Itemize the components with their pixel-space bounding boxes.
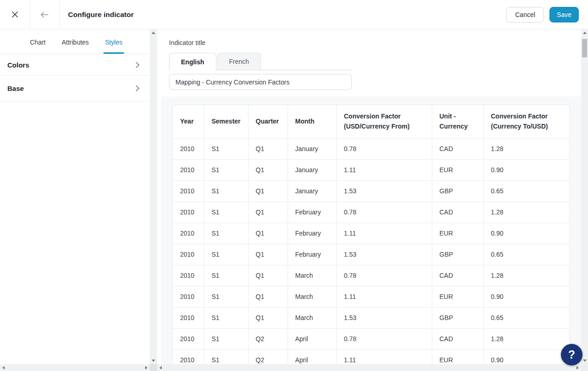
- main-vertical-scrollbar[interactable]: [581, 29, 588, 364]
- tab-english[interactable]: English: [169, 53, 216, 70]
- close-button[interactable]: [0, 0, 29, 29]
- sidebar-tabs: Chart Attributes Styles: [0, 29, 150, 54]
- scroll-down-arrow[interactable]: [583, 360, 587, 362]
- scroll-left-arrow[interactable]: [159, 366, 162, 370]
- table-cell: 0.90: [483, 349, 570, 364]
- main-panel: Indicator title English French Year Seme…: [157, 29, 581, 364]
- scroll-down-arrow[interactable]: [152, 360, 155, 362]
- table-cell: S1: [204, 244, 248, 265]
- table-cell: 2010: [173, 349, 204, 364]
- sidebar-item-base[interactable]: Base: [0, 76, 150, 101]
- table-cell: 1.11: [336, 286, 432, 307]
- table-cell: Q2: [248, 349, 288, 364]
- content-area: Chart Attributes Styles Colors Base Indi…: [0, 29, 588, 364]
- chevron-right-icon: [136, 62, 140, 68]
- table-cell: 2010: [173, 307, 204, 328]
- back-button[interactable]: [30, 0, 59, 29]
- table-cell: February: [288, 202, 336, 223]
- header-divider: [59, 0, 60, 29]
- table-cell: 2010: [173, 244, 204, 265]
- save-button[interactable]: Save: [549, 7, 579, 22]
- table-cell: February: [288, 244, 336, 265]
- table-cell: April: [288, 328, 336, 349]
- column-header-year: Year: [173, 105, 204, 138]
- scrollbar-corner: [150, 364, 157, 371]
- help-button[interactable]: ?: [561, 344, 582, 365]
- table-cell: 2010: [173, 223, 204, 244]
- table-cell: Q1: [248, 159, 288, 180]
- table-cell: Q1: [248, 180, 288, 202]
- table-cell: 0.78: [336, 202, 432, 223]
- scroll-left-arrow[interactable]: [2, 366, 5, 370]
- tab-french[interactable]: French: [217, 53, 261, 70]
- table-cell: 1.53: [336, 180, 432, 202]
- table-cell: Q1: [248, 265, 288, 286]
- table-cell: Q1: [248, 223, 288, 244]
- bottom-scrollbar-row: [0, 364, 588, 371]
- sidebar-horizontal-scrollbar[interactable]: [0, 364, 150, 371]
- sidebar-item-label: Base: [7, 84, 24, 92]
- scroll-up-arrow[interactable]: [583, 32, 587, 34]
- table-cell: 1.28: [483, 328, 570, 349]
- table-cell: S1: [204, 307, 248, 328]
- table-cell: 1.11: [336, 159, 432, 180]
- table-cell: S1: [204, 159, 248, 180]
- table-cell: 2010: [173, 286, 204, 307]
- back-arrow-icon: [40, 11, 49, 18]
- scroll-right-arrow[interactable]: [577, 366, 579, 370]
- table-cell: GBP: [432, 244, 483, 265]
- table-cell: EUR: [432, 223, 483, 244]
- table-cell: CAD: [432, 138, 483, 159]
- scrollbar-thumb[interactable]: [582, 39, 587, 57]
- table-cell: 1.11: [336, 349, 432, 364]
- header-bar: Configure indicator Cancel Save: [0, 0, 588, 29]
- table-row: 2010S1Q1March0.78CAD1.28: [173, 265, 570, 286]
- indicator-title-label: Indicator title: [169, 39, 581, 46]
- tab-styles[interactable]: Styles: [105, 39, 122, 54]
- table-row: 2010S1Q2April1.11EUR0.90: [173, 349, 570, 364]
- table-cell: CAD: [432, 328, 483, 349]
- column-header-semester: Semester: [204, 105, 248, 138]
- table-cell: S1: [204, 328, 248, 349]
- column-header-month: Month: [288, 105, 336, 138]
- table-cell: April: [288, 349, 336, 364]
- sidebar-item-colors[interactable]: Colors: [0, 54, 150, 76]
- tab-attributes[interactable]: Attributes: [62, 39, 89, 54]
- table-row: 2010S1Q1January1.53GBP0.65: [173, 180, 570, 202]
- cancel-button[interactable]: Cancel: [506, 7, 544, 22]
- table-cell: EUR: [432, 159, 483, 180]
- table-cell: 0.90: [483, 223, 570, 244]
- column-header-conversion-from: Conversion Factor (USD/Currency From): [336, 105, 432, 138]
- indicator-title-input[interactable]: [169, 74, 352, 90]
- scroll-up-arrow[interactable]: [152, 32, 155, 34]
- language-tabs: English French: [169, 53, 352, 70]
- table-row: 2010S1Q1January0.78CAD1.28: [173, 138, 570, 159]
- table-cell: 0.90: [483, 286, 570, 307]
- sidebar: Chart Attributes Styles Colors Base: [0, 29, 150, 364]
- table-cell: GBP: [432, 307, 483, 328]
- table-cell: February: [288, 223, 336, 244]
- sidebar-vertical-scrollbar[interactable]: [150, 29, 157, 364]
- column-header-unit-currency: Unit - Currency: [432, 105, 483, 138]
- table-row: 2010S1Q2April0.78CAD1.28: [173, 328, 570, 349]
- table-row: 2010S1Q1March1.53GBP0.65: [173, 307, 570, 328]
- table-cell: 2010: [173, 202, 204, 223]
- scroll-right-arrow[interactable]: [145, 366, 147, 370]
- table-cell: GBP: [432, 180, 483, 202]
- main-horizontal-scrollbar[interactable]: [157, 364, 581, 371]
- tab-chart[interactable]: Chart: [30, 39, 45, 54]
- table-cell: 2010: [173, 265, 204, 286]
- scrollbar-corner: [581, 364, 588, 371]
- table-cell: 1.28: [483, 138, 570, 159]
- table-cell: Q2: [248, 328, 288, 349]
- table-cell: 1.53: [336, 307, 432, 328]
- table-cell: 1.53: [336, 244, 432, 265]
- table-cell: 2010: [173, 328, 204, 349]
- table-cell: EUR: [432, 286, 483, 307]
- table-cell: CAD: [432, 202, 483, 223]
- table-cell: S1: [204, 265, 248, 286]
- page-title: Configure indicator: [68, 11, 134, 19]
- table-cell: Q1: [248, 307, 288, 328]
- table-cell: 0.65: [483, 307, 570, 328]
- column-header-quarter: Quarter: [248, 105, 288, 138]
